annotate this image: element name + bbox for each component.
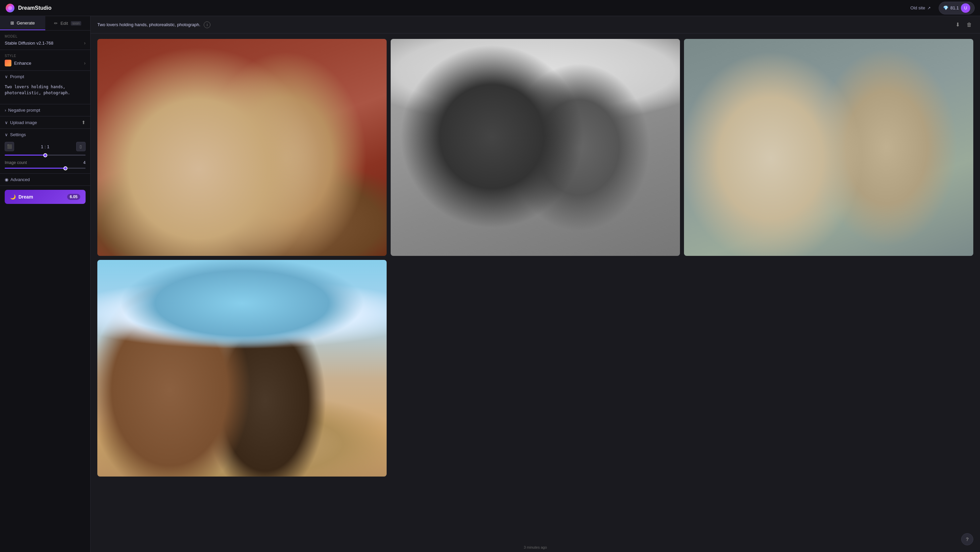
trash-icon: 🗑: [967, 22, 972, 27]
image-placeholder: [97, 39, 387, 256]
main-layout: ⊞ Generate ✏ Edit soon Model Stable Diff…: [0, 16, 980, 552]
info-icon[interactable]: i: [204, 21, 210, 28]
delete-button[interactable]: 🗑: [965, 21, 973, 29]
image-grid: [91, 33, 980, 542]
model-value: Stable Diffusion v2.1-768: [5, 41, 53, 46]
dream-cost: 6.05: [67, 194, 80, 200]
header-left: DreamStudio: [5, 3, 52, 13]
advanced-label: Advanced: [10, 177, 30, 182]
image-placeholder: [684, 39, 973, 256]
image-card[interactable]: [97, 260, 387, 477]
tab-generate-label: Generate: [17, 21, 35, 25]
ratio-portrait-button[interactable]: ▯: [76, 142, 86, 151]
prompt-label: Prompt: [10, 74, 24, 79]
style-label: Style: [5, 54, 86, 58]
prompt-display: Two lovers holding hands, photorealistic…: [97, 21, 210, 28]
ratio-slider-fill: [5, 155, 45, 155]
credits-button[interactable]: 💎 81.1 U: [939, 2, 975, 14]
upload-image-label: Upload image: [10, 120, 37, 125]
image-count-slider-container: [5, 168, 86, 169]
old-site-button[interactable]: Old site ↗: [908, 4, 933, 12]
dream-button[interactable]: 🌙 Dream 6.05: [5, 190, 86, 204]
timestamp-bar: 3 minutes ago: [91, 542, 980, 552]
avatar: U: [961, 3, 970, 13]
image-2: [391, 39, 680, 256]
image-count-slider-fill: [5, 168, 65, 169]
style-value: Enhance: [5, 60, 31, 67]
external-link-icon: ↗: [927, 6, 931, 10]
edit-icon: ✏: [54, 21, 58, 26]
image-count-slider-track[interactable]: [5, 168, 86, 169]
image-3: [684, 39, 973, 256]
ratio-slider-track[interactable]: [5, 155, 86, 155]
style-selector[interactable]: Enhance ›: [5, 60, 86, 67]
negative-prompt-expand-icon: ›: [5, 108, 6, 113]
settings-header[interactable]: ∨ Settings: [5, 132, 86, 137]
svg-point-1: [8, 6, 12, 10]
download-button[interactable]: ⬇: [954, 20, 961, 29]
credits-icon: 💎: [943, 5, 948, 10]
dream-moon-icon: 🌙: [10, 194, 16, 200]
model-label: Model: [5, 35, 86, 38]
style-thumbnail-icon: [5, 60, 11, 67]
dream-button-left: 🌙 Dream: [10, 194, 33, 200]
old-site-label: Old site: [910, 5, 925, 10]
ratio-slider-container: [5, 155, 86, 155]
download-icon: ⬇: [956, 22, 960, 27]
ratio-row: ⬛ 1 : 1 ▯: [5, 142, 86, 151]
image-1: [97, 39, 387, 256]
upload-collapse-icon: ∨: [5, 120, 8, 125]
style-chevron-icon: ›: [84, 60, 86, 66]
negative-prompt-row[interactable]: › Negative prompt: [0, 104, 90, 116]
upload-icon: ⬆: [81, 120, 86, 125]
upload-image-row[interactable]: ∨ Upload image ⬆: [0, 116, 90, 129]
image-placeholder: [97, 260, 387, 477]
model-selector[interactable]: Stable Diffusion v2.1-768 ›: [5, 40, 86, 46]
ratio-landscape-button[interactable]: ⬛: [5, 142, 14, 151]
negative-prompt-label: Negative prompt: [8, 108, 40, 113]
eye-icon: ◉: [5, 177, 8, 182]
tab-edit[interactable]: ✏ Edit soon: [45, 16, 91, 30]
tab-edit-label: Edit: [60, 21, 68, 26]
image-count-label: Image count: [5, 160, 27, 165]
image-card[interactable]: [391, 39, 680, 256]
ratio-slider-thumb[interactable]: [43, 153, 47, 157]
sidebar: ⊞ Generate ✏ Edit soon Model Stable Diff…: [0, 16, 91, 552]
image-card[interactable]: [97, 39, 387, 256]
image-count-value: 4: [83, 160, 86, 165]
image-count-slider-thumb[interactable]: [64, 167, 67, 170]
prompt-header[interactable]: ∨ Prompt: [0, 71, 90, 82]
content-area: Two lovers holding hands, photorealistic…: [91, 16, 980, 552]
image-4: [97, 260, 387, 477]
generate-icon: ⊞: [10, 21, 14, 25]
settings-label: Settings: [10, 132, 26, 137]
tab-generate[interactable]: ⊞ Generate: [0, 16, 45, 30]
header: DreamStudio Old site ↗ 💎 81.1 U: [0, 0, 980, 16]
tab-edit-badge: soon: [71, 21, 81, 25]
settings-section: ∨ Settings ⬛ 1 : 1 ▯: [0, 129, 90, 174]
help-icon: ?: [966, 536, 969, 542]
help-button[interactable]: ?: [961, 533, 973, 545]
image-card[interactable]: [684, 39, 973, 256]
prompt-actions: ⬇ 🗑: [954, 20, 973, 29]
tabs: ⊞ Generate ✏ Edit soon: [0, 16, 90, 30]
landscape-icon: ⬛: [7, 144, 12, 149]
portrait-icon: ▯: [80, 144, 82, 149]
settings-collapse-icon: ∨: [5, 132, 8, 137]
app-title: DreamStudio: [18, 5, 52, 11]
model-chevron-icon: ›: [84, 40, 86, 46]
image-placeholder: [391, 39, 680, 256]
logo-icon: [5, 3, 15, 13]
timestamp: 3 minutes ago: [523, 545, 547, 549]
prompt-bar: Two lovers holding hands, photorealistic…: [91, 16, 980, 33]
model-section: Model Stable Diffusion v2.1-768 ›: [0, 30, 90, 50]
image-count-label-row: Image count 4: [5, 160, 86, 165]
dream-label: Dream: [19, 194, 33, 200]
style-section: Style Enhance ›: [0, 50, 90, 71]
prompt-section: ∨ Prompt: [0, 71, 90, 104]
prompt-input[interactable]: [0, 82, 90, 103]
ratio-value: 1 : 1: [41, 144, 49, 149]
credits-value: 81.1: [950, 5, 959, 10]
advanced-row[interactable]: ◉ Advanced: [0, 174, 90, 186]
prompt-collapse-icon: ∨: [5, 74, 8, 79]
